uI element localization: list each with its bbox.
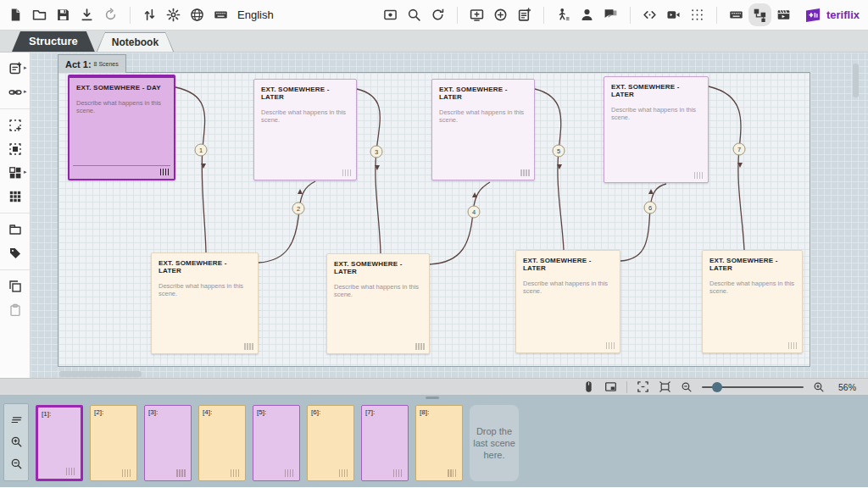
barcode-icon — [339, 469, 349, 477]
minimap-icon[interactable] — [604, 380, 617, 393]
zoom-out-icon[interactable] — [10, 458, 23, 470]
zoombar-divider — [626, 381, 627, 393]
scene-card-4[interactable]: EXT. SOMEWHERE - LATERDescribe what happ… — [326, 253, 430, 354]
actual-size-icon[interactable] — [659, 380, 671, 393]
tool-window-button[interactable] — [3, 218, 27, 241]
barcode-icon — [342, 169, 352, 176]
scene-description: Describe what happens in this scene. — [523, 280, 613, 295]
tab-structure-label: Structure — [29, 35, 78, 47]
comments-icon[interactable] — [604, 8, 618, 22]
tool-note-add-button[interactable]: ▸ — [3, 57, 27, 80]
structure-icon[interactable] — [753, 8, 767, 22]
scene-card-1[interactable]: EXT. SOMEWHERE - DAYDescribe what happen… — [68, 75, 175, 180]
drop-last-scene-zone[interactable]: Drop the last scene here. — [470, 405, 519, 481]
scene-card-7[interactable]: EXT. SOMEWHERE - LATERDescribe what happ… — [604, 76, 709, 183]
tool-tag-button[interactable] — [3, 241, 27, 265]
brand-logo[interactable]: teriflix — [804, 6, 860, 25]
barcode-icon — [176, 469, 186, 477]
scene-thumbnail-3[interactable]: [3]: — [144, 405, 192, 481]
sync-icon[interactable] — [103, 8, 118, 22]
tab-structure[interactable]: Structure — [12, 31, 95, 52]
new-document-icon[interactable] — [8, 8, 23, 22]
save-icon[interactable] — [56, 8, 70, 22]
zoom-slider-knob[interactable] — [712, 382, 722, 392]
scene-heading: EXT. SOMEWHERE - LATER — [523, 257, 613, 272]
toolbar-divider — [457, 7, 458, 24]
keyboard-icon[interactable] — [214, 8, 228, 22]
barcode-icon — [448, 469, 458, 477]
code-icon[interactable] — [643, 8, 657, 22]
fit-view-icon[interactable] — [637, 380, 649, 393]
open-folder-icon[interactable] — [32, 8, 47, 22]
arrange-icon[interactable] — [10, 413, 23, 426]
scene-heading: EXT. SOMEWHERE - LATER — [261, 86, 349, 101]
zoom-in-icon[interactable] — [10, 435, 23, 448]
pointer-tools — [582, 380, 617, 393]
mouse-icon[interactable] — [582, 380, 595, 393]
barcode-icon — [694, 172, 704, 179]
tool-link-button[interactable]: ▸ — [3, 80, 27, 104]
barcode-icon — [415, 343, 425, 350]
add-display-icon[interactable] — [470, 8, 484, 22]
tool-marquee-add-button[interactable] — [3, 114, 27, 137]
barcode-icon — [285, 469, 295, 477]
zoom-slider[interactable] — [702, 381, 804, 393]
person-icon[interactable] — [580, 8, 594, 22]
grid-dots-icon[interactable] — [690, 8, 704, 22]
scene-thumbnails: [1]:[2]:[3]:[4]:[5]:[6]:[7]:[8]: — [36, 405, 463, 481]
import-export-icon[interactable] — [142, 8, 157, 22]
toolbar-divider — [130, 7, 131, 24]
submenu-caret-icon: ▸ — [24, 88, 27, 95]
scene-thumbnail-2[interactable]: [2]: — [90, 405, 137, 481]
thumbnail-label: [4]: — [199, 406, 245, 416]
thumbnail-label: [7]: — [362, 406, 408, 416]
barcode-icon — [520, 169, 530, 176]
preview-icon[interactable] — [383, 8, 398, 22]
scene-cards-layer: EXT. SOMEWHERE - DAYDescribe what happen… — [31, 53, 868, 378]
camera-icon[interactable] — [666, 8, 681, 22]
language-globe-icon[interactable] — [190, 8, 204, 22]
add-target-icon[interactable] — [493, 8, 508, 22]
submenu-caret-icon: ▸ — [24, 169, 27, 175]
settings-icon[interactable] — [166, 8, 181, 22]
scene-card-5[interactable]: EXT. SOMEWHERE - LATERDescribe what happ… — [431, 79, 535, 180]
scene-thumbnail-5[interactable]: [5]: — [253, 405, 300, 481]
scene-heading: EXT. SOMEWHERE - LATER — [439, 86, 527, 101]
refresh-icon[interactable] — [431, 8, 445, 22]
scene-thumbnail-6[interactable]: [6]: — [307, 405, 354, 481]
structure-canvas[interactable]: Act 1: 8 Scenes 1234567 EXT. SOMEWHERE -… — [31, 53, 868, 378]
scene-card-8[interactable]: EXT. SOMEWHERE - LATERDescribe what happ… — [702, 250, 803, 353]
language-label[interactable]: English — [237, 8, 274, 21]
tool-layout-button[interactable]: ▸ — [3, 161, 27, 185]
panel-resize-handle[interactable] — [426, 396, 439, 399]
scene-thumbnail-7[interactable]: [7]: — [361, 405, 409, 481]
clapperboard-icon[interactable] — [776, 8, 791, 22]
download-icon[interactable] — [80, 8, 94, 22]
add-note-icon[interactable] — [517, 8, 531, 22]
scene-card-3[interactable]: EXT. SOMEWHERE - LATERDescribe what happ… — [253, 79, 357, 180]
search-icon[interactable] — [407, 8, 421, 22]
tool-marquee-select-button[interactable] — [3, 137, 27, 161]
dropzone-label: Drop the last scene here. — [472, 425, 516, 462]
scene-card-6[interactable]: EXT. SOMEWHERE - LATERDescribe what happ… — [515, 250, 620, 353]
zoom-in-icon[interactable] — [813, 381, 825, 393]
tab-notebook[interactable]: Notebook — [97, 32, 174, 52]
scene-thumbnail-8[interactable]: [8]: — [415, 405, 463, 481]
tool-grid-button[interactable] — [3, 185, 27, 208]
scene-description: Describe what happens in this scene. — [261, 108, 349, 124]
zoom-out-icon[interactable] — [681, 381, 693, 393]
scene-thumbnail-4[interactable]: [4]: — [198, 405, 246, 481]
tool-duplicate-button[interactable] — [3, 274, 27, 298]
character-icon[interactable] — [556, 8, 570, 22]
scene-heading: EXT. SOMEWHERE - LATER — [709, 257, 795, 272]
fit-tools — [637, 380, 671, 393]
scene-card-2[interactable]: EXT. SOMEWHERE - LATERDescribe what happ… — [151, 252, 259, 354]
thumbnail-label: [2]: — [91, 406, 136, 416]
view-tabs: Structure Notebook — [0, 30, 868, 53]
horizontal-scrollbar[interactable] — [59, 371, 142, 377]
scene-description: Describe what happens in this scene. — [709, 280, 795, 295]
scene-thumbnail-1[interactable]: [1]: — [36, 405, 83, 481]
vertical-scrollbar[interactable] — [853, 64, 859, 97]
toolbar-divider — [716, 7, 717, 24]
typewriter-icon[interactable] — [729, 8, 743, 22]
